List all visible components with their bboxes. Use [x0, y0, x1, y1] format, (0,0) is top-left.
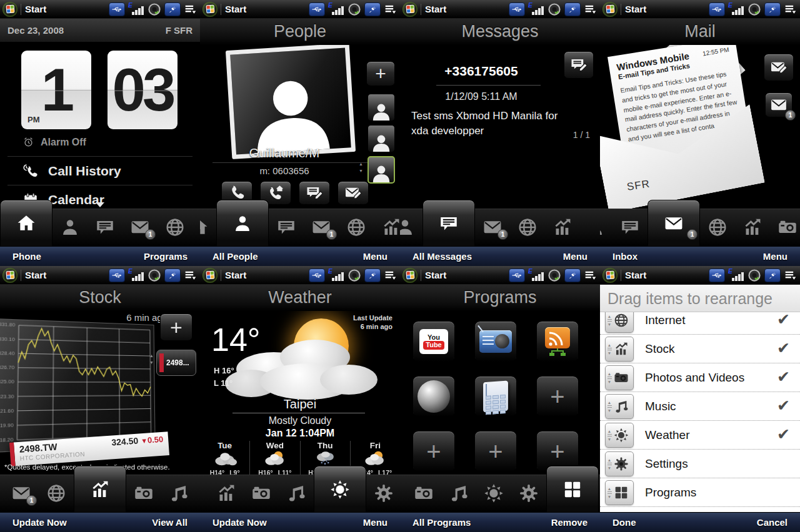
start-label[interactable]: Start [625, 4, 646, 14]
message-body[interactable]: Test sms Xbmod HD Manila for xda develop… [411, 109, 572, 139]
stock-scroll-arrows[interactable]: ▲▼ [149, 352, 154, 366]
start-label[interactable]: Start [425, 4, 446, 14]
quick-menu-icon[interactable] [384, 3, 398, 16]
softkey-right[interactable]: Programs [144, 251, 188, 262]
tab-stock[interactable] [545, 209, 580, 246]
stock-ticker-item[interactable]: 2498... [156, 350, 196, 376]
tab-internet[interactable] [510, 209, 545, 246]
tab-people[interactable] [400, 209, 422, 246]
rearrange-row-weather[interactable]: ▲▼ Weather [600, 421, 800, 450]
rearrange-row-music[interactable]: ▲▼ Music [600, 392, 800, 421]
contact-thumbnail-selected[interactable] [368, 156, 395, 184]
softkey-right[interactable]: Cancel [757, 517, 788, 528]
contact-thumbnail[interactable] [368, 94, 395, 121]
windows-start-orb-icon[interactable] [402, 268, 418, 283]
expand-arrow-icon[interactable] [96, 202, 104, 207]
quick-menu-icon[interactable] [184, 3, 198, 16]
checkmark-icon[interactable] [777, 339, 790, 357]
tab-internet[interactable] [39, 475, 74, 512]
contact-photo-card[interactable] [226, 45, 356, 159]
windows-start-orb-icon[interactable] [602, 268, 618, 283]
compose-email-button[interactable] [764, 54, 794, 81]
tab-mail[interactable]: 1 [648, 200, 700, 246]
send-sms-button[interactable] [299, 181, 330, 205]
windows-start-orb-icon[interactable] [2, 2, 18, 17]
tab-internet[interactable] [158, 209, 192, 246]
start-label[interactable]: Start [225, 270, 246, 280]
send-email-button[interactable] [338, 181, 369, 205]
drag-handle[interactable]: ▲▼ [605, 337, 634, 362]
rearrange-row-internet[interactable]: ▲▼ Internet [600, 312, 800, 335]
start-label[interactable]: Start [25, 270, 46, 280]
tab-music[interactable] [441, 475, 476, 512]
softkey-right[interactable]: Menu [763, 251, 788, 262]
alarm-status[interactable]: Alarm Off [22, 136, 86, 148]
windows-start-orb-icon[interactable] [402, 2, 418, 17]
checkmark-icon[interactable] [777, 312, 790, 328]
drag-handle[interactable]: ▲▼ [605, 423, 634, 448]
tab-weather[interactable] [476, 475, 511, 512]
softkey-left[interactable]: Done [612, 517, 636, 528]
softkey-right[interactable]: Menu [363, 251, 388, 262]
checkmark-icon[interactable] [777, 425, 790, 443]
call-history-item[interactable]: Call History [22, 160, 121, 182]
drag-handle[interactable]: ▲▼ [605, 480, 634, 505]
quick-menu-icon[interactable] [584, 269, 598, 282]
compose-message-button[interactable] [564, 51, 594, 79]
contact-thumbnail[interactable] [368, 125, 395, 152]
tab-internet[interactable] [339, 209, 374, 246]
softkey-right[interactable]: Remove [551, 517, 588, 528]
quick-menu-icon[interactable] [784, 3, 798, 16]
tab-people[interactable] [52, 209, 88, 246]
tab-stock[interactable] [74, 466, 126, 512]
rearrange-row-stock[interactable]: ▲▼ Stock [600, 335, 800, 363]
windows-start-orb-icon[interactable] [202, 2, 218, 17]
tab-home[interactable] [0, 200, 52, 246]
tab-settings[interactable] [511, 475, 546, 512]
clock-hour-card[interactable]: 1 PM [21, 51, 91, 129]
tab-people[interactable] [216, 200, 269, 246]
tab-stock[interactable] [209, 475, 244, 512]
drag-handle[interactable]: ▲▼ [605, 394, 634, 419]
quick-menu-icon[interactable] [784, 269, 798, 282]
tab-music[interactable] [279, 475, 314, 512]
softkey-left[interactable]: Update Now [212, 517, 267, 528]
quick-menu-icon[interactable] [184, 269, 198, 282]
softkey-left[interactable]: Inbox [612, 251, 638, 262]
program-tile-empty[interactable] [536, 376, 579, 417]
add-contact-button[interactable] [366, 61, 395, 86]
forecast-day[interactable]: Tue H14°L9° [200, 441, 249, 475]
tab-stock[interactable] [374, 209, 400, 246]
softkey-right[interactable]: View All [152, 517, 188, 528]
program-tile-rss[interactable] [536, 321, 579, 362]
tab-music[interactable] [161, 475, 196, 512]
rearrange-row-programs[interactable]: ▲▼ Programs [600, 478, 800, 507]
windows-start-orb-icon[interactable] [602, 2, 618, 17]
start-label[interactable]: Start [425, 270, 446, 280]
softkey-left[interactable]: All People [212, 251, 258, 262]
softkey-left[interactable]: All Messages [412, 251, 472, 262]
softkey-left[interactable]: Phone [12, 251, 41, 262]
softkey-left[interactable]: Update Now [12, 517, 67, 528]
quick-menu-icon[interactable] [584, 3, 598, 16]
city-name[interactable]: Taipei [200, 397, 400, 411]
tab-photos[interactable] [126, 475, 161, 512]
softkey-left[interactable]: All Programs [412, 517, 471, 528]
message-sender[interactable]: +336175605 [406, 64, 556, 79]
tab-photos[interactable] [770, 209, 800, 246]
tab-programs[interactable] [546, 466, 599, 512]
drag-handle[interactable]: ▲▼ [605, 451, 634, 476]
program-tile-calculator[interactable] [474, 376, 517, 417]
tab-weather[interactable] [314, 466, 366, 512]
tab-photos[interactable] [244, 475, 279, 512]
tab-messages[interactable] [269, 209, 304, 246]
tab-messages[interactable] [422, 200, 475, 246]
tab-people[interactable] [600, 209, 612, 246]
tab-settings[interactable] [366, 475, 400, 512]
start-label[interactable]: Start [25, 4, 46, 14]
tab-internet[interactable] [700, 209, 735, 246]
clock-minute-card[interactable]: 03 [108, 51, 178, 129]
rearrange-row-photos[interactable]: ▲▼ Photos and Videos [600, 363, 800, 392]
drag-handle[interactable]: ▲▼ [605, 312, 634, 333]
tab-stock[interactable] [192, 209, 200, 246]
